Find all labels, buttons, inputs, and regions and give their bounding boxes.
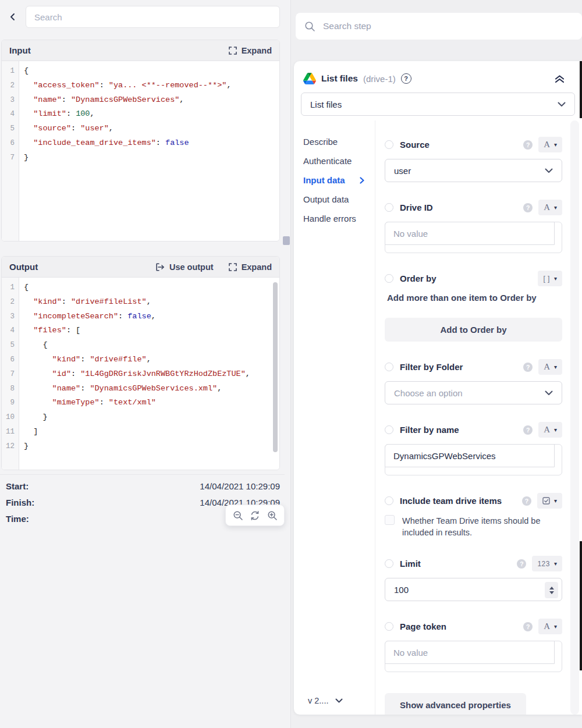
source-type-selector[interactable]: A▾ [538,137,562,152]
start-label: Start: [6,481,29,491]
input-panel: Input Expand 1234567 { "access_token": "… [1,40,280,242]
filter-name-jsonpath-toggle[interactable] [385,425,393,434]
field-include-team-drive-items: Include team drive items ? ▾ [385,493,562,538]
limit-type-selector[interactable]: 123▾ [532,556,562,571]
team-drive-help-icon[interactable]: ? [522,496,531,506]
drive-id-help-icon[interactable]: ? [523,203,533,212]
input-code-editor[interactable]: 1234567 { "access_token": "ya... <**--re… [2,61,279,241]
nav-item-describe[interactable]: Describe [294,132,375,151]
filter-name-input[interactable]: DynamicsGPWebServices [385,444,562,475]
nav-item-input-data[interactable]: Input data [294,171,375,190]
nav-item-handle-errors[interactable]: Handle errors [294,209,375,228]
source-help-icon[interactable]: ? [523,140,533,150]
team-drive-type-selector[interactable]: ▾ [537,493,562,509]
order-by-jsonpath-toggle[interactable] [385,274,393,283]
expand-output-button[interactable]: Expand [229,262,272,272]
source-jsonpath-toggle[interactable] [385,140,393,149]
filter-folder-label: Filter by Folder [400,362,463,372]
team-drive-jsonpath-toggle[interactable] [385,496,393,505]
order-by-hint: Add more than one item to Order by [387,293,562,303]
filter-folder-select[interactable]: Choose an option [385,381,562,404]
step-help-icon[interactable]: ? [401,73,411,84]
step-header: List files (drive-1) ? [294,61,582,91]
drive-id-type-selector[interactable]: A▾ [538,200,562,215]
expand-label: Expand [242,262,272,272]
operation-select[interactable]: List files [301,93,575,116]
input-json-code: { "access_token": "ya... <**--removed--*… [19,61,279,241]
limit-stepper[interactable] [545,582,558,598]
nav-item-output-data[interactable]: Output data [294,190,375,209]
page-token-placeholder: No value [393,648,428,658]
output-panel-title: Output [9,262,38,272]
start-value: 14/04/2021 10:29:09 [200,481,280,491]
config-nav: Describe Authenticate Input data Output … [294,120,375,715]
start-row: Start: 14/04/2021 10:29:09 [0,478,285,494]
show-advanced-properties-button[interactable]: Show advanced properties [385,693,526,715]
filter-folder-jsonpath-toggle[interactable] [385,363,393,371]
workflow-debug-view: Input Expand 1234567 { "access_token": "… [0,0,582,728]
output-line-numbers: 123456789101112 [2,278,19,470]
order-by-label: Order by [400,274,436,283]
page-token-help-icon[interactable]: ? [523,622,533,631]
output-scrollbar[interactable] [273,282,278,452]
filter-folder-help-icon[interactable]: ? [523,363,533,372]
search-icon [304,21,315,32]
finish-label: Finish: [6,498,34,507]
output-code-editor[interactable]: 123456789101112 { "kind": "drive#fileLis… [2,278,279,470]
step-config-card: List files (drive-1) ? List files [294,61,582,715]
order-by-type-selector[interactable]: [ ]▾ [538,271,562,286]
filter-name-type-selector[interactable]: A▾ [538,422,562,438]
input-panel-header: Input Expand [2,40,279,61]
refresh-icon[interactable] [250,510,260,521]
chevron-right-icon [360,177,364,184]
window-scrollbar-segment[interactable] [580,541,582,670]
drive-id-jsonpath-toggle[interactable] [385,203,393,212]
use-output-icon [155,263,165,271]
version-select[interactable]: v 2.... [294,688,375,715]
drive-id-placeholder: No value [393,229,428,239]
field-source: Source ? A▾ user [385,137,562,182]
page-token-jsonpath-toggle[interactable] [385,622,393,631]
limit-label: Limit [400,559,421,569]
expand-icon [229,47,237,55]
step-search-bar [296,13,582,40]
filter-name-help-icon[interactable]: ? [523,425,533,435]
back-button[interactable] [0,12,26,22]
output-panel-header: Output Use output [2,257,279,278]
field-filter-by-folder: Filter by Folder ? A▾ Choose an option [385,359,562,404]
add-to-order-by-button[interactable]: Add to Order by [385,318,562,342]
team-drive-checkbox[interactable] [385,515,395,525]
zoom-out-icon[interactable] [233,510,243,521]
limit-help-icon[interactable]: ? [517,559,526,569]
limit-input[interactable]: 100 [385,578,562,601]
step-config-pane: List files (drive-1) ? List files [291,0,582,728]
operation-value: List files [310,100,342,109]
chevron-down-icon [545,168,553,173]
page-token-label: Page token [400,622,446,631]
search-input[interactable] [26,6,280,28]
use-output-button[interactable]: Use output [155,262,214,272]
team-drive-label: Include team drive items [400,496,502,506]
input-data-form: Source ? A▾ user [375,120,582,715]
filter-folder-placeholder: Choose an option [394,388,463,398]
window-scrollbar-segment[interactable] [580,61,582,118]
input-panel-title: Input [9,45,31,55]
limit-value: 100 [394,585,409,595]
form-scrollbar-track[interactable] [570,120,579,715]
nav-item-authenticate[interactable]: Authenticate [294,151,375,171]
source-select[interactable]: user [385,159,562,182]
expand-input-button[interactable]: Expand [229,46,272,55]
checkbox-type-icon [542,497,550,505]
step-search-input[interactable] [323,21,573,31]
log-topbar [0,6,280,28]
collapse-panel-icon[interactable] [555,74,565,83]
pane-resize-handle[interactable] [283,236,290,245]
field-page-token: Page token ? A▾ No value [385,619,562,672]
page-token-type-selector[interactable]: A▾ [538,619,562,634]
zoom-in-icon[interactable] [267,510,278,521]
expand-label: Expand [242,46,272,55]
drive-id-input[interactable]: No value [385,222,562,253]
page-token-input[interactable]: No value [385,641,562,672]
limit-jsonpath-toggle[interactable] [385,559,393,568]
filter-folder-type-selector[interactable]: A▾ [538,359,562,375]
